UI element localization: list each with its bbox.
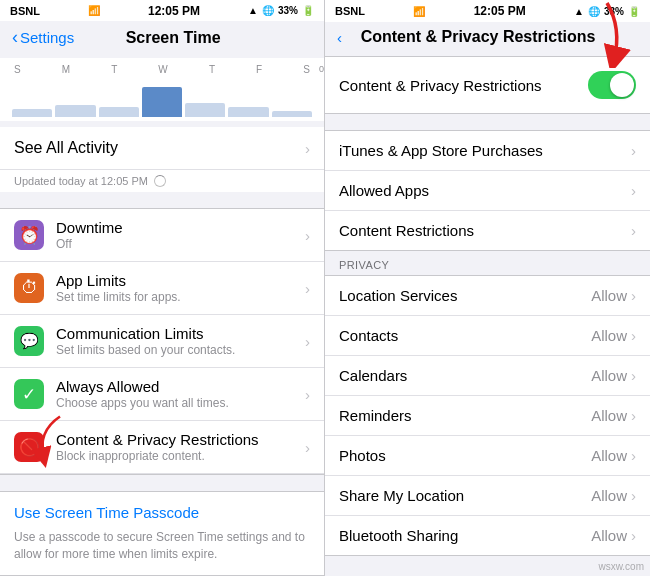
reminders-label: Reminders [339, 407, 412, 424]
day-t1: T [111, 64, 117, 75]
chart-bars-container [12, 79, 312, 117]
right-time: 12:05 PM [474, 4, 526, 18]
app-limits-title: App Limits [56, 272, 305, 289]
itunes-chevron-icon: › [631, 142, 636, 159]
menu-row-content-privacy[interactable]: 🚫 Content & Privacy Restrictions Block i… [0, 421, 324, 474]
right-carrier: BSNL [335, 5, 365, 17]
left-back-button[interactable]: ‹ Settings [12, 27, 74, 48]
passcode-section: Use Screen Time Passcode Use a passcode … [0, 491, 324, 576]
contacts-value: Allow › [591, 327, 636, 344]
bar-col-6 [272, 111, 312, 117]
comm-limits-chevron-icon: › [305, 333, 310, 350]
right-status-icons: ▲🌐33%🔋 [574, 6, 640, 17]
left-status-icons: ▲🌐33%🔋 [248, 5, 314, 16]
reminders-allow: Allow [591, 407, 627, 424]
right-main-menu: iTunes & App Store Purchases › Allowed A… [325, 130, 650, 251]
menu-row-comm-limits[interactable]: 💬 Communication Limits Set limits based … [0, 315, 324, 368]
right-row-photos[interactable]: Photos Allow › [325, 436, 650, 476]
location-services-label: Location Services [339, 287, 457, 304]
content-restrictions-chevron: › [631, 222, 636, 239]
right-nav-title: Content & Privacy Restrictions [361, 28, 620, 46]
comm-limits-sub: Set limits based on your contacts. [56, 343, 305, 357]
right-back-button[interactable]: ‹ [337, 29, 342, 46]
right-row-share-location[interactable]: Share My Location Allow › [325, 476, 650, 516]
bar-col-2 [99, 107, 139, 117]
app-limits-icon: ⏱ [14, 273, 44, 303]
itunes-chevron: › [631, 142, 636, 159]
content-privacy-icon: 🚫 [14, 432, 44, 462]
photos-allow: Allow [591, 447, 627, 464]
right-row-content-restrictions[interactable]: Content Restrictions › [325, 211, 650, 250]
passcode-link[interactable]: Use Screen Time Passcode [14, 504, 310, 521]
see-all-row[interactable]: See All Activity › [0, 127, 324, 170]
bluetooth-value: Allow › [591, 527, 636, 544]
itunes-label: iTunes & App Store Purchases [339, 142, 543, 159]
right-row-allowed-apps[interactable]: Allowed Apps › [325, 171, 650, 211]
bar-1 [55, 105, 95, 117]
photos-chevron-icon: › [631, 447, 636, 464]
right-row-calendars[interactable]: Calendars Allow › [325, 356, 650, 396]
photos-value: Allow › [591, 447, 636, 464]
content-privacy-sub: Block inappropriate content. [56, 449, 305, 463]
right-status-bar: BSNL 📶 12:05 PM ▲🌐33%🔋 [325, 0, 650, 22]
left-carrier: BSNL [10, 5, 40, 17]
downtime-title: Downtime [56, 219, 305, 236]
always-allowed-title: Always Allowed [56, 378, 305, 395]
comm-limits-title: Communication Limits [56, 325, 305, 342]
always-allowed-chevron-icon: › [305, 386, 310, 403]
right-nav-header: ‹ Content & Privacy Restrictions [325, 22, 650, 50]
chart-days: S M T W T F S [12, 64, 312, 75]
downtime-icon: ⏰ [14, 220, 44, 250]
bar-3-active [142, 87, 182, 117]
content-privacy-toggle[interactable] [588, 71, 636, 99]
chart-zero-label: 0 [319, 64, 324, 74]
bar-5 [228, 107, 268, 117]
left-chevron-icon: ‹ [12, 27, 18, 48]
bar-6 [272, 111, 312, 117]
see-all-chevron-icon: › [305, 140, 310, 157]
menu-row-downtime[interactable]: ⏰ Downtime Off › [0, 209, 324, 262]
left-status-bar: BSNL 📶 12:05 PM ▲🌐33%🔋 [0, 0, 324, 21]
allowed-apps-chevron: › [631, 182, 636, 199]
photos-label: Photos [339, 447, 386, 464]
right-row-bluetooth[interactable]: Bluetooth Sharing Allow › [325, 516, 650, 555]
left-nav-header: ‹ Settings Screen Time [0, 21, 324, 52]
share-location-allow: Allow [591, 487, 627, 504]
content-privacy-title: Content & Privacy Restrictions [56, 431, 305, 448]
bar-col-0 [12, 109, 52, 117]
bar-4 [185, 103, 225, 117]
always-allowed-sub: Choose apps you want all times. [56, 396, 305, 410]
menu-row-always-allowed[interactable]: ✓ Always Allowed Choose apps you want al… [0, 368, 324, 421]
bluetooth-chevron-icon: › [631, 527, 636, 544]
always-allowed-icon: ✓ [14, 379, 44, 409]
privacy-section-header: PRIVACY [325, 251, 650, 275]
calendars-label: Calendars [339, 367, 407, 384]
always-allowed-text: Always Allowed Choose apps you want all … [56, 378, 305, 410]
right-row-location-services[interactable]: Location Services Allow › [325, 276, 650, 316]
right-panel: BSNL 📶 12:05 PM ▲🌐33%🔋 ‹ Content & Priva… [325, 0, 650, 576]
downtime-sub: Off [56, 237, 305, 251]
downtime-chevron-icon: › [305, 227, 310, 244]
toggle-label: Content & Privacy Restrictions [339, 77, 542, 94]
day-s1: S [14, 64, 21, 75]
bar-col-3 [142, 87, 182, 117]
right-row-reminders[interactable]: Reminders Allow › [325, 396, 650, 436]
day-w: W [158, 64, 167, 75]
usage-chart: S M T W T F S 0 [0, 58, 324, 121]
share-location-value: Allow › [591, 487, 636, 504]
content-restrictions-label: Content Restrictions [339, 222, 474, 239]
content-privacy-text: Content & Privacy Restrictions Block ina… [56, 431, 305, 463]
share-location-chevron-icon: › [631, 487, 636, 504]
right-row-contacts[interactable]: Contacts Allow › [325, 316, 650, 356]
menu-row-app-limits[interactable]: ⏱ App Limits Set time limits for apps. › [0, 262, 324, 315]
app-limits-text: App Limits Set time limits for apps. [56, 272, 305, 304]
updated-row: Updated today at 12:05 PM [0, 170, 324, 192]
bar-col-5 [228, 107, 268, 117]
bar-col-1 [55, 105, 95, 117]
passcode-desc: Use a passcode to secure Screen Time set… [14, 529, 310, 563]
bar-0 [12, 109, 52, 117]
spinner-icon [154, 175, 166, 187]
day-s2: S [303, 64, 310, 75]
bluetooth-allow: Allow [591, 527, 627, 544]
right-row-itunes[interactable]: iTunes & App Store Purchases › [325, 131, 650, 171]
